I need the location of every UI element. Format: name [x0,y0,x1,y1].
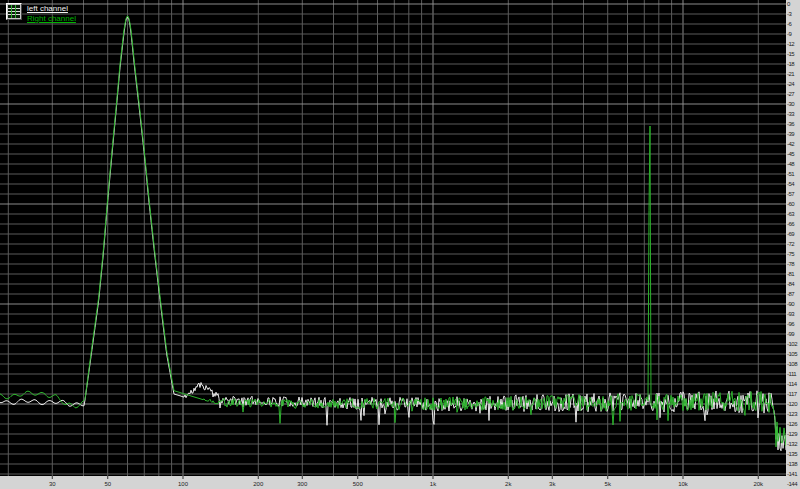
y-tick-label: -63 [787,211,795,217]
y-tick-label: -135 [787,451,798,457]
x-tick-label: 100 [178,481,189,487]
spectrum-plot[interactable]: 30501002003005001k2k3k5k10k20k0-3-6-9-12… [0,0,800,489]
y-tick-label: -66 [787,221,795,227]
y-tick-label: -117 [787,391,798,397]
y-tick-label: -123 [787,411,798,417]
y-tick-label: -60 [787,201,795,207]
y-tick-label: -24 [787,81,795,87]
y-tick-label: -90 [787,301,795,307]
y-tick-label: -144 [787,481,798,487]
y-tick-label: -99 [787,331,795,337]
y-tick-label: -15 [787,51,795,57]
x-tick-label: 20k [753,481,764,487]
y-tick-label: -102 [787,341,798,347]
y-tick-label: -78 [787,261,795,267]
x-tick-label: 30 [49,481,56,487]
x-tick-label: 3k [549,481,556,487]
y-tick-label: -111 [787,371,797,377]
y-tick-label: -84 [787,281,795,287]
y-tick-label: -18 [787,61,795,67]
y-tick-label: -126 [787,421,798,427]
y-tick-label: -57 [787,191,795,197]
y-tick-label: -81 [787,271,795,277]
y-tick-label: -33 [787,111,795,117]
x-tick-label: 300 [297,481,308,487]
y-tick-label: -96 [787,321,795,327]
y-tick-label: -129 [787,431,798,437]
legend-right-channel-label[interactable]: Right channel [27,14,76,23]
y-tick-label: -120 [787,401,798,407]
y-tick-label: -30 [787,101,795,107]
y-tick-label: -93 [787,311,795,317]
y-tick-label: -75 [787,251,795,257]
y-tick-label: -87 [787,291,795,297]
y-tick-label: -45 [787,151,795,157]
y-tick-label: -51 [787,171,795,177]
y-tick-label: -39 [787,131,795,137]
y-tick-label: -12 [787,41,795,47]
spectrum-analyzer-window: 30501002003005001k2k3k5k10k20k0-3-6-9-12… [0,0,800,489]
y-tick-label: -138 [787,461,798,467]
y-tick-label: -21 [787,71,795,77]
grid-toggle-button[interactable] [6,3,22,20]
legend-left-channel-label[interactable]: left channel [27,4,68,13]
y-tick-label: -105 [787,351,798,357]
y-tick-label: -54 [787,181,795,187]
x-tick-label: 500 [353,481,364,487]
legend: left channel Right channel [0,0,150,26]
y-tick-label: -27 [787,91,795,97]
x-tick-label: 10k [678,481,689,487]
x-tick-label: 1k [430,481,437,487]
x-tick-label: 200 [253,481,264,487]
y-tick-label: -69 [787,231,795,237]
x-tick-label: 5k [605,481,612,487]
y-tick-label: -132 [787,441,798,447]
y-tick-label: -48 [787,161,795,167]
y-tick-label: -36 [787,121,795,127]
grid-icon [8,5,20,18]
y-tick-label: -72 [787,241,795,247]
y-tick-label: -114 [787,381,798,387]
x-tick-label: 2k [505,481,512,487]
x-tick-label: 50 [104,481,111,487]
y-tick-label: -42 [787,141,795,147]
y-tick-label: -141 [787,471,798,477]
y-tick-label: -108 [787,361,798,367]
